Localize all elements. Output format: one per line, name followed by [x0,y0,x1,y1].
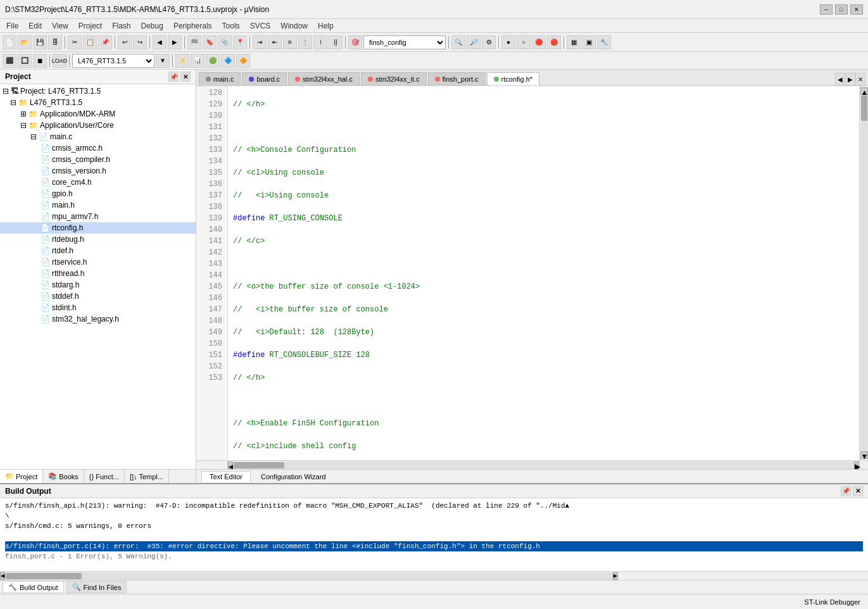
tab-build-output[interactable]: 🔨 Build Output [3,581,64,593]
tree-item-gpio[interactable]: 📄 gpio.h [0,188,196,199]
undo-button[interactable]: ↩ [118,35,132,49]
align-btn1[interactable]: ≡ [283,35,297,49]
tab-bar-close[interactable]: ✕ [855,73,865,85]
tree-item-cmsis-version[interactable]: 📄 cmsis_version.h [0,165,196,177]
hscrollbar-track-inner[interactable] [233,461,854,469]
project-dropdown[interactable]: L476_RTT3.1.5 [72,54,154,68]
tab-stm32-it[interactable]: stm32l4xx_it.c [361,72,427,85]
build-output-close[interactable]: ✕ [853,486,863,496]
menu-debug[interactable]: Debug [137,20,167,32]
new-file-button[interactable]: 📄 [3,35,16,49]
menu-file[interactable]: File [3,20,22,32]
build-hscroll-track[interactable] [5,572,613,580]
find-button[interactable]: 🔍 [451,35,465,49]
debug-btn1[interactable]: 🔴 [532,35,546,49]
tab-btn1[interactable]: ⇥ [253,35,267,49]
tree-item-stddef[interactable]: 📄 stddef.h [0,291,196,302]
nav-forward-button[interactable]: ▶ [168,35,182,49]
tree-item-l476[interactable]: ⊟ 📁 L476_RTT3.1.5 [0,97,196,108]
view-btn2[interactable]: ▣ [582,35,596,49]
redo-button[interactable]: ↪ [133,35,147,49]
debug-btn2[interactable]: 🔴 [547,35,561,49]
code-content[interactable]: // </h> // <h>Console Configuration // <… [228,86,859,460]
build-hscrollbar[interactable]: ◀ ▶ [0,571,868,580]
run-button[interactable]: ● [501,35,515,49]
build-hscroll-thumb[interactable] [6,573,82,579]
tab-finsh-port[interactable]: finsh_port.c [428,72,486,85]
stop-button[interactable]: ○ [517,35,531,49]
restore-button[interactable]: □ [835,4,848,15]
project-panel-close[interactable]: ✕ [180,72,191,82]
menu-tools[interactable]: Tools [218,20,244,32]
tree-item-cmsis-compiler[interactable]: 📄 cmsis_compiler.h [0,154,196,165]
build-output-pin[interactable]: 📌 [841,486,851,496]
menu-window[interactable]: Window [277,20,311,32]
tree-item-rtthread[interactable]: 📄 rtthread.h [0,268,196,279]
tree-item-project[interactable]: ⊟ 🏗 Project: L476_RTT3.1.5 [0,85,196,97]
build-hscroll-right[interactable]: ▶ [613,572,618,580]
paste-button[interactable]: 📌 [98,35,112,49]
bookmark-btn4[interactable]: 📍 [233,35,247,49]
tab-btn2[interactable]: ⇤ [268,35,282,49]
project-panel-pin[interactable]: 📌 [168,72,179,82]
close-button[interactable]: ✕ [850,4,863,15]
menu-view[interactable]: View [48,20,72,32]
target-dropdown[interactable]: finsh_config [363,35,446,49]
tab-text-editor[interactable]: Text Editor [201,471,251,482]
tab-project[interactable]: 📁 Project [0,470,43,483]
rtx-btn4[interactable]: 🔷 [221,54,235,68]
cut-button[interactable]: ✂ [68,35,82,49]
tab-rtconfig-h[interactable]: rtconfig.h* [487,72,540,85]
wrench-button[interactable]: 🔧 [597,35,611,49]
tab-templates[interactable]: []↓ Templ... [125,470,169,483]
editor-vscrollbar[interactable]: ▲ ▼ [859,86,868,460]
debug-step-btn3[interactable]: ◼ [33,54,47,68]
nav-back-button[interactable]: ◀ [153,35,167,49]
menu-peripherals[interactable]: Peripherals [170,20,216,32]
build-hscroll-left[interactable]: ◀ [0,572,5,580]
tree-item-main-h[interactable]: 📄 main.h [0,199,196,211]
tab-bar-scroll-right[interactable]: ▶ [845,73,855,85]
settings-btn1[interactable]: ⚙ [482,35,496,49]
hscrollbar-right-btn[interactable]: ▶ [854,461,859,469]
menu-svcs[interactable]: SVCS [246,20,275,32]
bookmark-btn1[interactable]: 🏁 [187,35,201,49]
rtx-btn3[interactable]: 🟢 [206,54,220,68]
bookmark-btn3[interactable]: 📎 [218,35,232,49]
save-button[interactable]: 💾 [33,35,47,49]
tree-item-mpu-armv7[interactable]: 📄 mpu_armv7.h [0,211,196,222]
tab-find-in-files[interactable]: 🔍 Find In Files [66,581,127,593]
tree-item-core-cm4[interactable]: 📄 core_cm4.h [0,177,196,188]
open-file-button[interactable]: 📂 [18,35,32,49]
menu-project[interactable]: Project [75,20,106,32]
tab-stm32-hal[interactable]: stm32l4xx_hal.c [288,72,360,85]
tree-item-rtdebug[interactable]: 📄 rtdebug.h [0,234,196,245]
rtx-btn1[interactable]: ⚡ [175,54,189,68]
align-btn2[interactable]: ⋮ [298,35,312,49]
menu-edit[interactable]: Edit [25,20,46,32]
tree-item-stm32-hal-legacy[interactable]: 📄 stm32_hal_legacy.h [0,313,196,325]
tree-item-cmsis-armcc[interactable]: 📄 cmsis_armcc.h [0,142,196,154]
scroll-thumb[interactable] [861,96,867,121]
menu-help[interactable]: Help [314,20,337,32]
load-icon[interactable]: LOAD [53,54,66,68]
copy-button[interactable]: 📋 [83,35,97,49]
tab-bar-scroll-left[interactable]: ◀ [835,73,845,85]
proj-dd-btn[interactable]: ▼ [156,54,170,68]
tab-board-c[interactable]: board.c [242,72,287,85]
debug-step-btn2[interactable]: 🔲 [18,54,32,68]
tree-item-mdk-arm[interactable]: ⊞ 📁 Application/MDK-ARM [0,108,196,120]
rtx-btn5[interactable]: 🔶 [236,54,250,68]
tree-item-user-core[interactable]: ⊟ 📁 Application/User/Core [0,120,196,131]
hscrollbar-thumb[interactable] [234,462,284,468]
hscrollbar-track[interactable]: ◀ ▶ [228,461,859,469]
bookmark-btn2[interactable]: 🔖 [203,35,217,49]
rtx-btn2[interactable]: 📊 [191,54,204,68]
tree-item-stdint[interactable]: 📄 stdint.h [0,302,196,313]
tree-item-rtconfig[interactable]: 📄 rtconfig.h [0,222,196,234]
minimize-button[interactable]: ─ [820,4,833,15]
align-btn3[interactable]: ⁞ [313,35,327,49]
scroll-up-btn[interactable]: ▲ [860,87,868,95]
tree-item-stdarg[interactable]: 📄 stdarg.h [0,279,196,291]
menu-flash[interactable]: Flash [108,20,134,32]
